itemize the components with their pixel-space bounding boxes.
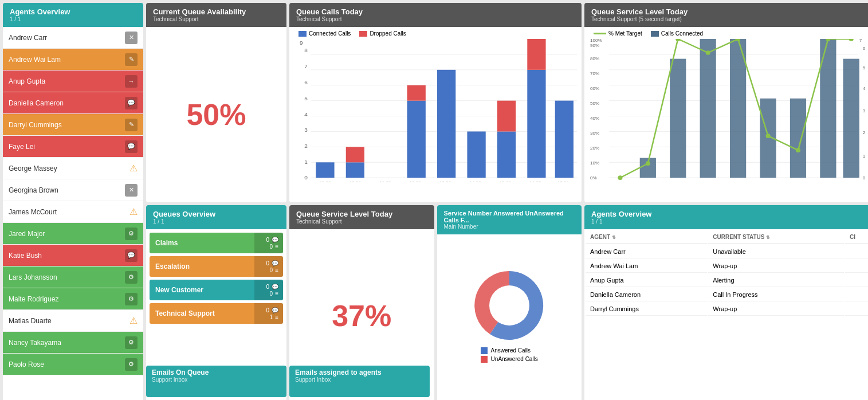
agent-list-item: Lars Johansson ⚙ [3, 266, 143, 288]
dashboard: Agents Overview 1 / 1 Andrew Carr ✕ Andr… [0, 0, 868, 400]
col-agent[interactable]: AGENT ⇅ [586, 230, 707, 244]
service-number-content: Answered Calls UnAnswered Calls [437, 234, 582, 400]
svg-text:1: 1 [304, 159, 308, 165]
col-status-label: CURRENT STATUS [713, 234, 764, 240]
connected-calls-label: Connected Calls [309, 30, 351, 37]
met-target-label: % Met Target [608, 30, 642, 37]
svg-point-40 [489, 285, 529, 326]
stat-row-1: 0 💬 [266, 237, 278, 243]
svg-text:50%: 50% [590, 101, 599, 107]
agent-badge: ⚙ [125, 271, 138, 284]
svg-text:2: 2 [304, 143, 308, 150]
queue-row: Claims 0 💬 0 ≡ [150, 233, 283, 253]
agent-status-cell: Unavailable [708, 245, 844, 258]
col-agent-label: AGENT [590, 234, 610, 240]
answered-dot [481, 347, 488, 354]
svg-rect-76 [730, 39, 746, 178]
queue-row: Technical Support 0 💬 1 ≡ [150, 303, 283, 324]
legend-dropped: Dropped Calls [359, 30, 406, 37]
svg-text:16:00: 16:00 [529, 181, 541, 182]
agent-name: Faye Lei [9, 143, 125, 151]
agent-other-cell [845, 260, 868, 273]
agent-badge: 💬 [125, 97, 138, 109]
svg-point-88 [675, 39, 680, 41]
stat-row-2: 0 ≡ [270, 267, 278, 273]
svg-text:4: 4 [863, 87, 866, 92]
queue-calls-chart: 0 1 2 3 4 5 6 7 8 9 [294, 39, 577, 182]
queue-calls-legend: Connected Calls Dropped Calls [294, 30, 577, 39]
agent-status-cell: Wrap-up [708, 303, 844, 316]
agent-sort-icon: ⇅ [612, 235, 616, 240]
stat-icon-2: ≡ [275, 244, 278, 250]
emails-on-queue-header: Emails On Queue Support Inbox [146, 366, 286, 397]
met-target-line [594, 33, 606, 34]
svg-text:09:00: 09:00 [319, 181, 331, 182]
agent-name: Maite Rodriguez [9, 295, 125, 303]
agents-list: Andrew Carr ✕ Andrew Wai Lam ✎ Anup Gupt… [3, 27, 143, 400]
agent-badge: ⚙ [125, 358, 138, 371]
svg-rect-33 [497, 101, 516, 132]
agent-name: Andrew Wai Lam [9, 56, 125, 64]
agent-name-cell: Daniella Cameron [586, 288, 707, 301]
table-row: Andrew Wai Lam Wrap-up [586, 260, 868, 273]
agent-list-item: Nancy Takayama ⚙ [3, 332, 143, 354]
queue-service-level-subtitle: Technical Support [296, 218, 427, 225]
queue-stats: 0 💬 0 ≡ [254, 256, 283, 277]
queue-name: Claims [150, 233, 254, 253]
qsl-title: Queue Service Level Today [591, 7, 868, 16]
agents-right-panel: Agents Overview 1 / 1 AGENT ⇅ CURRENT ST… [584, 205, 868, 400]
table-row: Daniella Cameron Call In Progress [586, 288, 868, 301]
svg-point-86 [618, 175, 622, 180]
svg-rect-26 [407, 85, 426, 101]
agent-name: Georgina Brown [9, 186, 125, 194]
agent-name-cell: Darryl Cummings [586, 303, 707, 316]
agent-list-item: Faye Lei 💬 [3, 136, 143, 158]
queue-name: Technical Support [150, 303, 254, 324]
svg-text:0: 0 [863, 175, 866, 181]
stat-icon-1: 💬 [272, 284, 278, 290]
agent-list-item: Darryl Cummings ✎ [3, 114, 143, 136]
table-row: Darryl Cummings Wrap-up [586, 303, 868, 316]
col-other-label: Cl [850, 234, 855, 240]
answered-legend: Answered Calls [481, 347, 538, 354]
agents-table: AGENT ⇅ CURRENT STATUS ⇅ Cl Andrew Carr [584, 229, 868, 317]
emails-assigned-subtitle: Support Inbox [295, 377, 424, 383]
agent-name-cell: Andrew Wai Lam [586, 260, 707, 273]
queue-availability-title: Current Queue Availability [153, 7, 280, 16]
svg-text:40%: 40% [590, 116, 599, 121]
col-status[interactable]: CURRENT STATUS ⇅ [708, 230, 844, 244]
agent-badge: ✕ [125, 32, 138, 44]
calls-connected-label: Calls Connected [661, 30, 703, 37]
agents-overview-left: Agents Overview 1 / 1 Andrew Carr ✕ Andr… [3, 3, 143, 400]
queue-service-level-header: Queue Service Level Today Technical Supp… [289, 205, 434, 229]
svg-point-94 [849, 39, 854, 41]
agent-list-item: Matias Duarte ⚠ [3, 310, 143, 332]
svg-text:10:00: 10:00 [349, 181, 362, 182]
emails-on-queue-panel: Emails On Queue Support Inbox [146, 366, 286, 397]
agent-name: Daniella Cameron [9, 99, 125, 107]
svg-rect-84 [843, 59, 859, 178]
stat-count-1: 0 [266, 260, 269, 266]
svg-text:15:00: 15:00 [500, 181, 512, 182]
svg-text:17:00: 17:00 [557, 181, 569, 182]
stat-row-2: 0 ≡ [270, 291, 278, 297]
agents-right-subtitle: 1 / 1 [591, 218, 868, 225]
connected-calls-dot [299, 31, 307, 37]
svg-text:20%: 20% [590, 146, 599, 151]
svg-text:70%: 70% [590, 72, 599, 77]
svg-text:17:00: 17:00 [843, 182, 854, 182]
col-other: Cl [845, 230, 868, 244]
svg-rect-19 [316, 162, 334, 178]
svg-rect-35 [527, 70, 545, 178]
svg-rect-36 [527, 39, 545, 70]
agent-other-cell [845, 245, 868, 258]
table-row: Andrew Carr Unavailable [586, 245, 868, 258]
table-row: Anup Gupta Alerting [586, 274, 868, 287]
agent-badge: ✕ [125, 184, 138, 197]
svg-text:2: 2 [863, 130, 865, 135]
svg-text:7: 7 [859, 39, 862, 43]
emails-on-queue-subtitle: Support Inbox [152, 377, 281, 383]
svg-text:1: 1 [863, 154, 865, 159]
svg-text:11:00: 11:00 [379, 181, 391, 182]
svg-text:16:00: 16:00 [820, 182, 830, 182]
